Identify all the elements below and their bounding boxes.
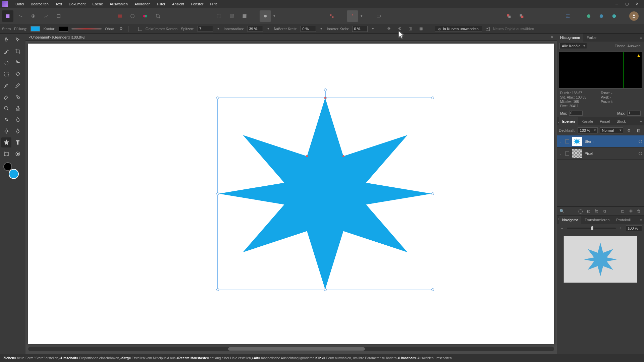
max-input[interactable] [627,111,641,116]
fx-layer-icon[interactable]: fx [593,208,599,214]
star-tool[interactable] [1,137,11,147]
tab-transformieren[interactable]: Transformieren [581,216,613,224]
move-tool[interactable] [13,35,23,45]
fill-swatch[interactable] [31,26,40,32]
panel-menu-icon[interactable]: ≡ [638,36,644,40]
add-icon[interactable] [583,10,594,22]
opacity-dropdown[interactable]: 100 % [578,127,598,133]
selection-invert-icon[interactable] [226,10,237,22]
fill-color-well[interactable] [9,169,19,179]
points-drop[interactable]: ▾ [216,26,220,31]
delete-layer-icon[interactable]: 🗑 [636,208,642,214]
zoom-input[interactable] [626,225,642,231]
scrollbar-thumb[interactable] [228,347,365,351]
show-rotation-icon[interactable]: ⟲ [396,25,403,33]
stroke-style[interactable]: Ohne [105,27,114,31]
text-tool[interactable] [13,137,23,147]
crop-tool[interactable] [13,46,23,56]
inner-radius-drop[interactable]: ▾ [266,26,270,31]
selection-none-icon[interactable] [213,10,225,22]
quickmask-drop[interactable]: ▾ [272,14,276,18]
hand-tool[interactable] [1,35,11,45]
minimize-button[interactable]: ─ [612,1,622,7]
persona-export-icon[interactable] [53,10,64,22]
inner-circle-input[interactable] [352,26,368,32]
arrange-fwd-icon[interactable] [529,10,540,22]
close-tab-icon[interactable]: ✕ [550,35,553,39]
tab-pinsel[interactable]: Pinsel [596,117,613,125]
selection-bbox[interactable] [217,98,433,290]
tab-kanaele[interactable]: Kanäle [578,117,596,125]
move-origin-icon[interactable]: ✥ [385,25,392,33]
inner-radius-input[interactable] [248,26,263,32]
tab-histogramm[interactable]: Histogramm [557,34,583,42]
stamp-tool[interactable] [13,103,23,113]
image-icon[interactable] [114,10,125,22]
group-icon[interactable]: 🗀 [620,208,626,214]
layer-row-pixel[interactable]: ⋮ Pixel [557,147,644,160]
zoom-slider-thumb[interactable] [591,226,593,230]
color-picker-tool[interactable] [1,46,11,56]
new-object-checkbox[interactable] [486,27,490,31]
cycle-box-icon[interactable]: ▦ [417,25,425,33]
document-tab[interactable]: <Unbenannt> [Geändert] [100,0%] ✕ [25,34,557,41]
close-button[interactable]: ✕ [632,1,642,7]
stroke-swatch[interactable] [59,26,68,32]
gear-icon[interactable]: ⚙ [117,25,125,33]
outer-circle-input[interactable] [301,26,316,32]
intersect-icon[interactable] [608,10,620,22]
curved-checkbox[interactable] [138,27,142,31]
inner-circle-drop[interactable]: ▾ [371,26,375,31]
histo-auswahl[interactable]: Auswahl [627,44,641,48]
snap-icon[interactable] [347,10,358,22]
color-wells[interactable] [3,162,20,179]
layer-visibility-stern[interactable] [639,140,642,143]
outer-circle-drop[interactable]: ▾ [319,26,323,31]
channels-dropdown[interactable]: Alle Kanäle [559,43,587,49]
add-layer-icon[interactable]: ✚ [628,208,634,214]
flood-select-tool[interactable] [13,58,23,68]
pen-tool[interactable] [13,126,23,136]
navigator-preview[interactable] [564,236,637,283]
subtract-icon[interactable] [596,10,607,22]
min-input[interactable] [569,111,583,116]
zoom-tool[interactable] [1,103,11,113]
histo-ebene[interactable]: Ebene [615,44,626,48]
menu-auswaehlen[interactable]: Auswählen [106,1,131,7]
persona-liquify-icon[interactable] [15,10,26,22]
marquee-tool[interactable] [1,69,11,79]
pencil-tool[interactable] [13,80,23,90]
points-input[interactable] [198,26,213,32]
selection-all-icon[interactable] [239,10,250,22]
menu-anordnen[interactable]: Anordnen [131,1,154,7]
layer-fx-icon[interactable]: ◧ [635,127,642,134]
tab-stock[interactable]: Stock [613,117,629,125]
mask-icon[interactable] [127,10,138,22]
snap-drop[interactable]: ▾ [360,14,364,18]
menu-ansicht[interactable]: Ansicht [169,1,187,7]
brush-tool[interactable] [1,80,11,90]
star-shape[interactable] [218,98,433,289]
view-tool[interactable] [13,149,23,159]
menu-hilfe[interactable]: Hilfe [207,1,221,7]
tab-ebenen[interactable]: Ebenen [559,117,578,125]
menu-fenster[interactable]: Fenster [187,1,207,7]
canvas[interactable] [28,44,554,344]
persona-develop-icon[interactable] [28,10,39,22]
erase-tool[interactable] [1,92,11,102]
dodge-tool[interactable] [1,126,11,136]
heal-tool[interactable] [1,115,11,125]
tab-navigator[interactable]: Navigator [559,216,581,224]
adjust-layer-icon[interactable]: ◐ [585,208,591,214]
blur-tool[interactable] [13,115,23,125]
persona-photo-icon[interactable] [2,10,13,22]
blend-dropdown[interactable]: Normal [600,127,623,133]
tab-protokoll[interactable]: Protokoll [613,216,634,224]
layer-row-stern[interactable]: ⋮ Stern [557,135,644,147]
stroke-width-slider[interactable] [71,28,102,29]
account-avatar[interactable] [629,11,639,21]
menu-filter[interactable]: Filter [154,1,169,7]
hide-selection-icon[interactable]: ◫ [407,25,414,33]
mask-layer-icon[interactable]: ◯ [577,208,583,214]
menu-ebene[interactable]: Ebene [89,1,106,7]
